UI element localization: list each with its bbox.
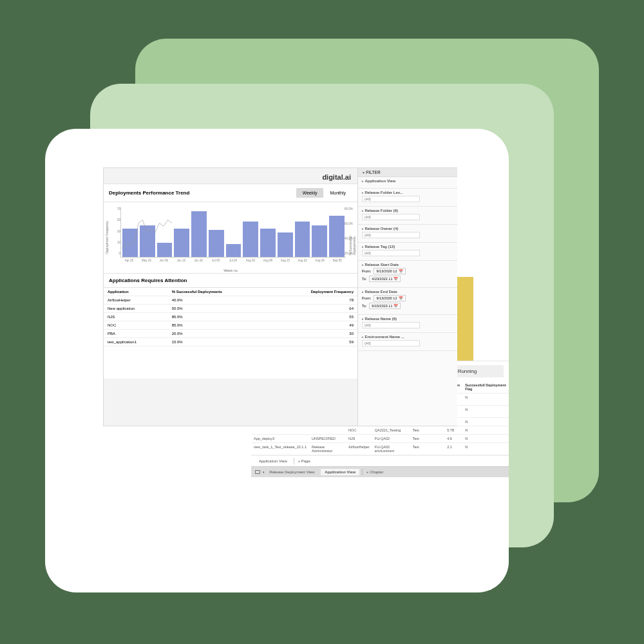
filter-sidebar: FILTER Application View Release Folder L… [357, 168, 457, 426]
bottom-tab-bar: ▾ Release Deployment View Application Vi… [251, 466, 509, 477]
page-tab-add[interactable]: + Page [294, 458, 314, 464]
filter-select[interactable]: (All) [362, 196, 420, 202]
filter-select[interactable]: (All) [362, 232, 420, 238]
filter-folder-level: Release Folder Lev... (All) [358, 189, 457, 207]
y-ticks-left: 705020100 [111, 207, 120, 255]
bar[interactable] [140, 225, 155, 258]
filter-folder: Release Folder (6) (All) [358, 207, 457, 225]
x-ticks: Apr 25May 23Jun 06Jun 13Jun 20Jul 03Jul … [120, 258, 346, 262]
col-flag: Successfull Deployment Flag [462, 381, 509, 393]
toggle-weekly[interactable]: Weekly [296, 188, 324, 198]
attn-row[interactable]: PBA20.0%30 [104, 330, 357, 338]
trend-panel-header: Deployments Performance Trend Weekly Mon… [104, 184, 357, 202]
btab-release-view[interactable]: Release Deployment View [265, 469, 318, 475]
main-card: NOC 49 85.0% NJS 59 30.0% New applicatio… [45, 129, 509, 592]
bar[interactable] [174, 229, 189, 257]
date-input-from[interactable]: 9/13/2020 12📅 [374, 268, 405, 274]
attn-table: Application % Successful Deployments Dep… [104, 288, 357, 346]
calendar-icon: 📅 [393, 304, 398, 308]
attn-col-freq: Deployment Frequency [269, 288, 357, 296]
from-label: From: [362, 296, 371, 300]
filter-label: Release Owner (4) [362, 227, 453, 232]
attn-row[interactable]: NJS85.0%55 [104, 313, 357, 321]
attn-col-pct: % Successful Deployments [168, 288, 269, 296]
attn-title: Applications Requires Attention [109, 278, 187, 283]
bar[interactable] [295, 222, 310, 257]
filter-label: Release Start Date [362, 263, 453, 268]
trend-chart: Deployment Frequency % Successful Deploy… [104, 202, 357, 273]
attn-row[interactable]: test_application115.0%59 [104, 338, 357, 346]
bar[interactable] [260, 229, 276, 257]
filter-select[interactable]: (All) [362, 250, 420, 256]
trend-title: Deployments Performance Trend [109, 190, 189, 196]
attn-col-app: Application [104, 288, 168, 296]
btab-app-view[interactable]: Application View [321, 469, 359, 475]
front-dashboard: digital.ai Deployments Performance Trend… [103, 167, 457, 426]
filter-label: Release Folder (6) [362, 209, 453, 214]
front-left: digital.ai Deployments Performance Trend… [104, 168, 357, 379]
bar[interactable] [226, 244, 242, 257]
date-input-to[interactable]: 9/15/2023 11📅 [369, 303, 401, 309]
page-tab-bar: Application View + Page [251, 455, 509, 466]
filter-select[interactable]: (All) [362, 340, 420, 346]
filter-label: Release Folder Lev... [362, 191, 453, 196]
bar[interactable] [278, 232, 293, 258]
attn-header-row: Application % Successful Deployments Dep… [104, 288, 357, 296]
filter-label: Release Tag (12) [362, 245, 453, 250]
table-row[interactable]: App_deploy3UNSPECIFIEDNJSFU-QA02Test4.6N [251, 435, 509, 443]
filter-select[interactable]: (All) [362, 322, 420, 328]
date-input-to[interactable]: 4/23/2022 11📅 [369, 276, 401, 282]
filter-env: Environment Name ... (All) [358, 333, 457, 351]
page-tab-appview[interactable]: Application View [255, 458, 291, 464]
bar[interactable] [191, 211, 207, 257]
filter-label: Environment Name ... [362, 335, 453, 340]
btab-chapter[interactable]: + Chapter [362, 469, 388, 475]
bar[interactable] [243, 222, 258, 257]
bar[interactable] [157, 243, 173, 257]
calendar-icon: 📅 [399, 269, 403, 273]
attn-row[interactable]: AirflowHelper40.0%78 [104, 296, 357, 305]
treemap-cell-blank [473, 277, 509, 361]
bar[interactable] [209, 230, 224, 257]
dropdown-icon[interactable]: ▾ [263, 470, 265, 474]
filter-label: Release End Date [362, 290, 453, 295]
bar[interactable] [329, 216, 345, 257]
table-row[interactable]: NOCQA2221_TestingTest5.78N [251, 426, 509, 435]
chart-bars [120, 207, 346, 258]
filter-start-date: Release Start Date From:9/13/2020 12📅 To… [358, 261, 457, 288]
bar[interactable] [312, 225, 327, 258]
filter-select[interactable]: (All) [362, 214, 420, 220]
date-input-from[interactable]: 9/13/2020 12📅 [374, 295, 405, 301]
filter-tag: Release Tag (12) (All) [358, 243, 457, 261]
filter-owner: Release Owner (4) (All) [358, 225, 457, 243]
bar[interactable] [122, 229, 138, 257]
table-row[interactable]: new_task_1_Test_release_22.1.1Release Ad… [251, 443, 509, 455]
filter-header[interactable]: FILTER [358, 168, 457, 177]
brand-logo: digital.ai [104, 168, 357, 184]
y-ticks-right: 80.0%60.0%40.0%20.0% [345, 207, 354, 255]
calendar-icon: 📅 [399, 296, 403, 300]
story-icon[interactable] [255, 470, 260, 474]
attn-row[interactable]: New application50.0%64 [104, 305, 357, 313]
filter-appview-label: Application View [362, 179, 453, 184]
to-label: To: [362, 277, 366, 281]
toggle-monthly[interactable]: Monthly [323, 188, 352, 198]
calendar-icon: 📅 [393, 277, 398, 281]
attn-row[interactable]: NOC85.0%49 [104, 321, 357, 330]
filter-name: Release Name (6) (All) [358, 315, 457, 333]
y-axis-left-label: Deployment Frequency [105, 221, 109, 254]
from-label: From: [362, 269, 371, 273]
attn-panel-header: Applications Requires Attention [104, 273, 357, 288]
filter-label: Release Name (6) [362, 317, 453, 322]
to-label: To: [362, 304, 366, 308]
filter-end-date: Release End Date From:9/13/2020 12📅 To:9… [358, 288, 457, 315]
x-axis-label: Week no [104, 269, 357, 272]
